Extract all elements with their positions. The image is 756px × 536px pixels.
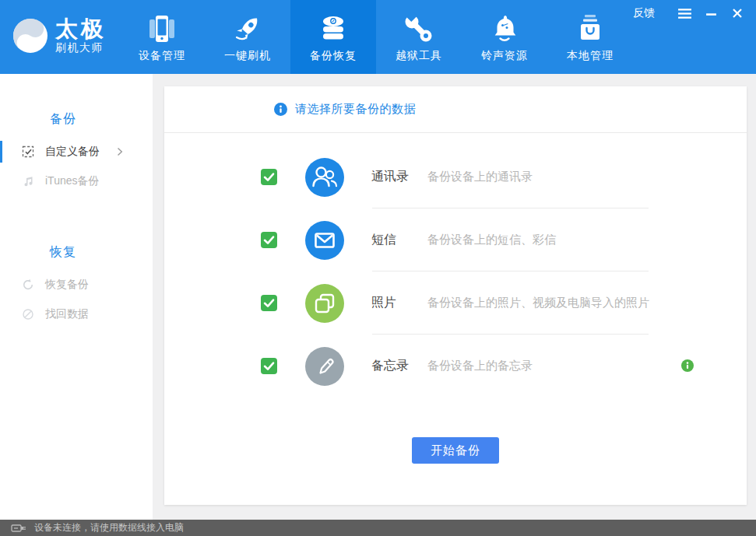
nav-tab-label: 铃声资源 (481, 49, 528, 63)
panel-header: 请选择所要备份的数据 (164, 86, 747, 133)
backup-row-sms: 短信 备份设备上的短信、彩信 (164, 208, 747, 272)
nav-tab-backup-restore[interactable]: 备份恢复 (290, 0, 376, 74)
titlebar: 太极 刷机大师 设备管理 (0, 0, 756, 74)
row-label: 通讯录 (371, 169, 427, 185)
check-icon (261, 358, 277, 374)
row-label: 短信 (371, 232, 427, 248)
info-icon (274, 103, 287, 116)
window-controls: 反馈 (633, 0, 756, 20)
row-description: 备份设备上的备忘录 (427, 359, 533, 373)
close-button[interactable] (730, 7, 745, 19)
sms-icon (305, 221, 344, 260)
usb-cable-icon (11, 524, 26, 533)
sidebar-item-recover-data[interactable]: 找回数据 (0, 300, 153, 329)
database-icon (316, 12, 350, 46)
nav-tab-one-click-flash[interactable]: 一键刷机 (205, 0, 290, 74)
nav-tab-device-management[interactable]: 设备管理 (119, 0, 205, 74)
notes-icon (305, 347, 344, 386)
sidebar-item-label: 恢复备份 (45, 278, 89, 292)
sidebar-header-restore: 恢复 (50, 244, 153, 261)
contacts-icon (305, 158, 344, 197)
bell-icon (487, 12, 522, 46)
logo-title: 太极 (55, 16, 107, 41)
row-label: 备忘录 (371, 358, 427, 374)
row-description: 备份设备上的照片、视频及电脑导入的照片 (427, 296, 649, 310)
custom-backup-icon (22, 145, 34, 158)
sidebar-section-backup: 备份 自定义备份 (0, 111, 153, 196)
contacts-checkbox[interactable] (261, 169, 277, 185)
app-logo: 太极 刷机大师 (12, 16, 107, 55)
app-window: 太极 刷机大师 设备管理 (0, 0, 756, 536)
phone-icon (145, 12, 179, 46)
check-icon (261, 232, 277, 248)
status-text: 设备未连接，请使用数据线接入电脑 (34, 521, 184, 534)
sidebar-item-label: 找回数据 (45, 307, 89, 321)
sidebar: 备份 自定义备份 (0, 74, 153, 520)
backup-row-photos: 照片 备份设备上的照片、视频及电脑导入的照片 (164, 272, 747, 335)
minimize-button[interactable] (703, 7, 719, 19)
notes-info-icon[interactable] (681, 359, 694, 372)
photos-icon (305, 284, 344, 323)
sidebar-item-restore-backup[interactable]: 恢复备份 (0, 270, 153, 300)
nav-tab-label: 本地管理 (567, 49, 614, 63)
hamburger-icon (677, 8, 692, 19)
nav-tab-label: 备份恢复 (310, 49, 357, 63)
row-description: 备份设备上的短信、彩信 (427, 233, 556, 247)
nav-tab-jailbreak-tools[interactable]: 越狱工具 (376, 0, 462, 74)
minimize-icon (705, 8, 717, 19)
feedback-link[interactable]: 反馈 (633, 6, 655, 20)
wrench-icon (402, 12, 436, 46)
content-region: 请选择所要备份的数据 (153, 74, 756, 520)
sidebar-item-label: iTunes备份 (45, 174, 100, 188)
menu-button[interactable] (677, 7, 692, 19)
nav-tab-label: 越狱工具 (396, 49, 442, 63)
sms-checkbox[interactable] (261, 232, 277, 248)
button-area: 开始备份 (164, 437, 747, 464)
sidebar-item-custom-backup[interactable]: 自定义备份 (0, 137, 153, 166)
body: 备份 自定义备份 (0, 74, 756, 520)
nav-tab-local-management[interactable]: 本地管理 (547, 0, 633, 74)
refresh-icon (22, 279, 34, 291)
music-note-icon (22, 175, 34, 187)
row-label: 照片 (371, 295, 427, 311)
recover-icon (22, 308, 34, 321)
logo-subtitle: 刷机大师 (55, 41, 107, 55)
rocket-icon (230, 12, 265, 46)
taiji-logo-icon (12, 17, 49, 54)
row-description: 备份设备上的通讯录 (427, 170, 533, 184)
logo-text: 太极 刷机大师 (55, 16, 107, 55)
nav-tab-label: 一键刷机 (224, 49, 271, 63)
close-icon (732, 8, 743, 19)
photos-checkbox[interactable] (261, 295, 277, 311)
main-nav: 设备管理 一键刷机 (119, 0, 633, 74)
start-backup-button[interactable]: 开始备份 (412, 437, 499, 464)
sidebar-item-label: 自定义备份 (45, 145, 100, 159)
check-icon (261, 169, 277, 185)
nav-tab-ringtone-resources[interactable]: 铃声资源 (462, 0, 547, 74)
sidebar-section-restore: 恢复 恢复备份 (0, 244, 153, 329)
backup-panel: 请选择所要备份的数据 (164, 86, 747, 505)
backup-options-list: 通讯录 备份设备上的通讯录 (164, 133, 747, 398)
chevron-right-icon (117, 147, 123, 156)
statusbar: 设备未连接，请使用数据线接入电脑 (0, 520, 756, 536)
box-icon (573, 12, 607, 46)
backup-prompt: 请选择所要备份的数据 (295, 102, 416, 117)
sidebar-header-backup: 备份 (50, 111, 153, 128)
nav-tab-label: 设备管理 (139, 49, 185, 63)
check-icon (261, 295, 277, 311)
sidebar-item-itunes-backup[interactable]: iTunes备份 (0, 166, 153, 196)
notes-checkbox[interactable] (261, 358, 277, 374)
backup-row-notes: 备忘录 备份设备上的备忘录 (164, 335, 747, 398)
backup-row-contacts: 通讯录 备份设备上的通讯录 (164, 145, 747, 208)
